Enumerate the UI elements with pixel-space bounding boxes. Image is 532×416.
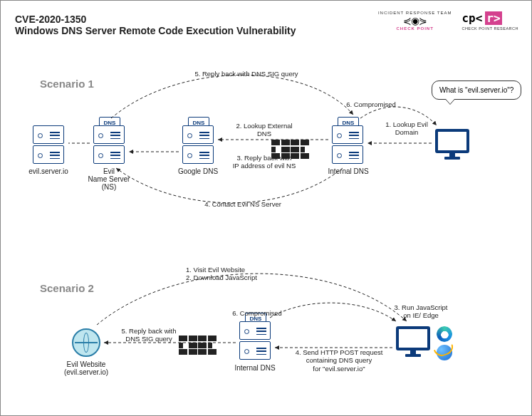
server-icon-google-dns: DNS <box>182 125 214 164</box>
label-internal-dns-2: Internal DNS <box>226 364 283 372</box>
ie-icon <box>437 345 452 360</box>
page-title: CVE-2020-1350 Windows DNS Server Remote … <box>15 14 296 36</box>
s1-edge2: 2. Lookup External DNS <box>214 122 314 138</box>
s2-edge5: 5. Reply back with DNS SIG query <box>106 327 192 343</box>
s1-edge5: 5. Reply back with DNS SIG query <box>175 70 318 78</box>
s2-edge6: 6. Compromised <box>207 309 307 317</box>
server-icon-evil <box>33 125 64 164</box>
s2-edge3: 3. Run JavaScript on IE/ Edge <box>371 303 471 320</box>
diagram-canvas: CVE-2020-1350 Windows DNS Server Remote … <box>0 0 532 416</box>
speech-bubble: What is "evil.server.io"? <box>432 80 521 100</box>
title-line1: CVE-2020-1350 <box>15 14 296 25</box>
label-evil-website: Evil Website (evil.server.io) <box>58 360 115 376</box>
globe-icon <box>72 328 100 357</box>
server-icon-internal-dns: DNS <box>332 125 363 164</box>
edge-icon <box>437 326 452 342</box>
checkpoint-research-logo: cp<r> CHECK POINT RESEARCH <box>461 11 518 31</box>
label-evil-ns: Evil Name Server (NS) <box>80 167 137 191</box>
server-icon-internal-dns-2: DNS <box>239 321 271 360</box>
scenario2-label: Scenario 2 <box>40 282 94 294</box>
incident-response-team-logo: INCIDENT RESPONSE TEAM ⋞◉⋟ CHECK POINT <box>378 11 452 31</box>
label-evil-server: evil.server.io <box>20 167 77 175</box>
s1-edge6: 6. Compromised <box>328 100 414 108</box>
s2-edge1-2: 1. Visit Evil Website 2. Download JavaSc… <box>186 266 300 282</box>
server-icon-evil-ns: DNS <box>93 125 125 164</box>
browser-icons <box>437 326 452 360</box>
label-internal-dns: Internal DNS <box>320 167 377 175</box>
title-line2: Windows DNS Server Remote Code Execution… <box>15 25 296 36</box>
logo-block: INCIDENT RESPONSE TEAM ⋞◉⋟ CHECK POINT c… <box>378 11 518 31</box>
scenario1-label: Scenario 1 <box>40 78 94 90</box>
s1-edge3: 3. Reply back with IP address of evil NS <box>211 154 318 170</box>
client-monitor-icon-2 <box>396 326 430 358</box>
s1-edge4: 4. Contact Evil NS Server <box>179 200 307 208</box>
s1-edge1: 1. Lookup Evil Domain <box>371 120 442 137</box>
s2-edge4: 4. Send HTTP POST request containing DNS… <box>278 348 400 373</box>
